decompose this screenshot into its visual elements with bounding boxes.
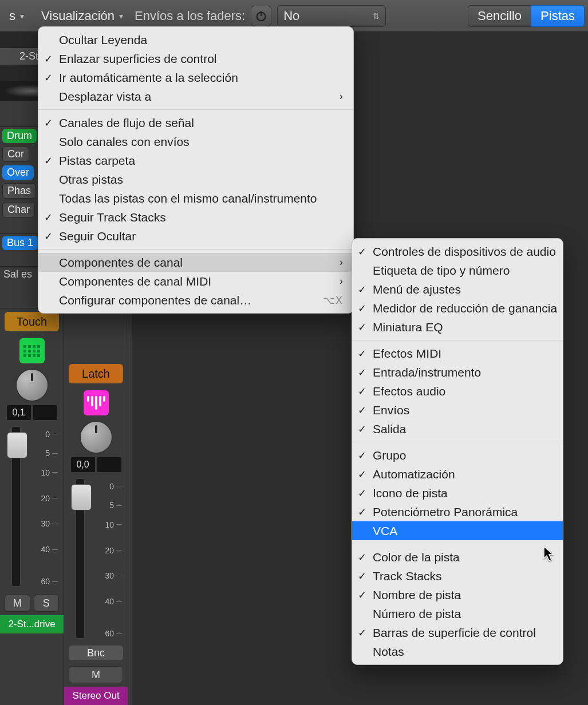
bounce-button[interactable]: Bnc [69, 645, 123, 660]
menu-item-configure-components[interactable]: Configurar componentes de canal…⌥X [38, 291, 353, 310]
submenu-track-stacks[interactable]: ✓Track Stacks [352, 567, 563, 585]
menu-separator [352, 340, 563, 340]
track-icon[interactable] [64, 387, 128, 419]
view-mode-segmented: Sencillo Pistas [468, 5, 585, 27]
submenu-track-icon[interactable]: ✓Icono de pista [352, 484, 563, 502]
submenu-track-name[interactable]: ✓Nombre de pista [352, 585, 563, 604]
fx-slot-char[interactable]: Char [2, 202, 35, 217]
automation-mode[interactable]: Latch [69, 364, 123, 383]
drum-machine-icon [19, 338, 45, 363]
submenu-type-label[interactable]: Etiqueta de tipo y número [352, 261, 563, 280]
menu-label: Seguir Ocultar [59, 229, 136, 243]
track-icon[interactable] [0, 335, 64, 367]
fx-slot-over[interactable]: Over [2, 165, 34, 180]
menu-label: VCA [373, 524, 397, 538]
submenu-automation[interactable]: ✓Automatización [352, 465, 563, 484]
left-truncated-label: s [9, 9, 15, 23]
menu-label: Solo canales con envíos [59, 135, 190, 149]
submenu-midi-fx[interactable]: ✓Efectos MIDI [352, 344, 563, 363]
tick-20: 20 [105, 546, 114, 555]
submenu-settings[interactable]: ✓Menú de ajustes [352, 280, 563, 299]
menu-item-only-sends[interactable]: Solo canales con envíos [38, 132, 353, 151]
fader-cap[interactable] [71, 484, 92, 510]
menu-item-auto-scroll[interactable]: ✓Ir automáticamente a la selección [38, 68, 353, 87]
tick-5: 5 [109, 501, 114, 510]
track-name[interactable]: 2-St...drive [0, 615, 64, 633]
submenu-track-color[interactable]: ✓Color de la pista [352, 548, 563, 567]
solo-button[interactable]: S [34, 595, 60, 612]
pan-control[interactable]: 0,0 [64, 419, 128, 474]
menu-separator [38, 109, 353, 110]
simple-button[interactable]: Sencillo [468, 5, 531, 27]
menu-item-follow-stacks[interactable]: ✓Seguir Track Stacks [38, 208, 353, 227]
fader[interactable]: 0 5 10 20 30 40 60 [68, 478, 124, 639]
fader-scale: 0 5 10 20 30 40 60 [97, 478, 122, 639]
submenu-gain-reduction[interactable]: ✓Medidor de reducción de ganancia [352, 299, 563, 318]
menu-item-hide-legend[interactable]: Ocultar Leyenda [38, 30, 353, 49]
pan-value: 0,0 [71, 457, 95, 472]
automation-label: Latch [82, 367, 110, 381]
submenu-output[interactable]: ✓Salida [352, 419, 563, 438]
send-slot-bus[interactable]: Bus 1 [2, 236, 38, 250]
check-icon: ✓ [44, 155, 53, 167]
inst-slot-drum[interactable]: Drum [2, 129, 37, 143]
menu-label: Salida [373, 422, 406, 436]
submenu-pan-pot[interactable]: ✓Potenciómetro Panorámica [352, 502, 563, 521]
check-icon: ✓ [358, 570, 366, 583]
pan-knob-icon [80, 421, 113, 454]
menu-label: Notas [373, 645, 404, 659]
check-icon: ✓ [358, 385, 366, 398]
track-name[interactable]: Stereo Out [64, 687, 128, 705]
check-icon: ✓ [358, 404, 366, 417]
fx-slot-cor[interactable]: Cor [2, 146, 29, 162]
menu-label: Barras de superficie de control [373, 626, 536, 640]
submenu-notes[interactable]: Notas [352, 642, 563, 661]
menu-label: Icono de pista [373, 486, 448, 500]
automation-mode[interactable]: Touch [5, 312, 59, 331]
check-icon: ✓ [44, 72, 53, 84]
check-icon: ✓ [358, 347, 366, 360]
sends-select[interactable]: No ⇅ [277, 5, 386, 27]
tracks-button[interactable]: Pistas [531, 5, 585, 27]
check-icon: ✓ [358, 468, 366, 481]
shortcut-label: ⌥X [323, 294, 343, 307]
left-truncated-menu[interactable]: s ▾ [3, 6, 30, 26]
submenu-input[interactable]: ✓Entrada/instrumento [352, 363, 563, 382]
check-icon: ✓ [358, 283, 366, 296]
menu-item-follow-hide[interactable]: ✓Seguir Ocultar [38, 227, 353, 245]
submenu-audio-fx[interactable]: ✓Efectos audio [352, 382, 563, 401]
simple-label: Sencillo [477, 9, 522, 23]
power-icon [255, 10, 267, 22]
fader[interactable]: 0 5 10 20 30 40 60 [3, 426, 60, 587]
check-icon: ✓ [358, 449, 366, 462]
check-icon: ✓ [358, 302, 366, 315]
menu-item-scroll-to[interactable]: Desplazar vista a› [38, 87, 353, 106]
submenu-sends[interactable]: ✓Envíos [352, 401, 563, 419]
pan-knob-icon [15, 369, 49, 402]
sends-power-button[interactable] [251, 6, 271, 26]
submenu-audio-device[interactable]: ✓Controles de dispositivos de audio [352, 242, 563, 261]
menu-label: Color de la pista [373, 550, 460, 564]
submenu-eq-thumb[interactable]: ✓Miniatura EQ [352, 318, 563, 336]
menu-separator [352, 442, 563, 442]
submenu-control-surface[interactable]: ✓Barras de superficie de control [352, 623, 563, 642]
submenu-track-number[interactable]: Número de pista [352, 604, 563, 623]
menu-item-folder-tracks[interactable]: ✓Pistas carpeta [38, 151, 353, 170]
menu-item-midi-components[interactable]: Componentes de canal MIDI› [38, 272, 353, 291]
submenu-vca[interactable]: VCA [352, 521, 563, 540]
mute-button[interactable]: M [5, 595, 30, 612]
menu-item-channel-components[interactable]: Componentes de canal› [38, 253, 353, 272]
menu-item-signal-flow[interactable]: ✓Canales de flujo de señal [38, 113, 353, 132]
menu-item-other-tracks[interactable]: Otras pistas [38, 170, 353, 189]
menu-item-same-channel[interactable]: Todas las pistas con el mismo canal/inst… [38, 189, 353, 208]
check-icon: ✓ [358, 423, 366, 435]
pan-control[interactable]: 0,1 [0, 367, 64, 422]
fx-slot-phas[interactable]: Phas [2, 183, 36, 199]
fader-cap[interactable] [7, 432, 27, 458]
submenu-group[interactable]: ✓Grupo [352, 446, 563, 465]
tick-30: 30 [41, 519, 50, 528]
menu-item-link-surfaces[interactable]: ✓Enlazar superficies de control [38, 49, 353, 68]
check-icon: ✓ [358, 506, 366, 518]
mute-button[interactable]: M [69, 666, 123, 683]
view-menu-button[interactable]: Visualización ▾ [35, 6, 129, 26]
